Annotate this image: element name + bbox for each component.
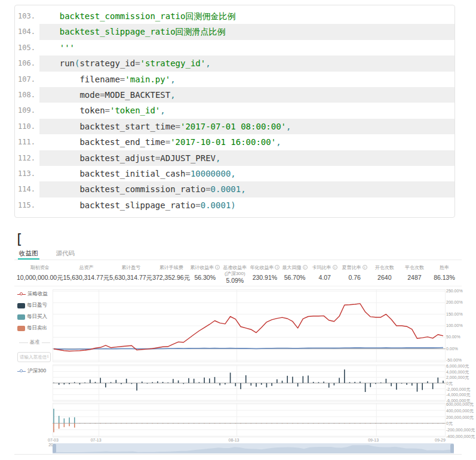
code-token: backtest_adjust [39,153,155,163]
x-tick-date: 09-29 [435,438,446,443]
y-axis-tick: -200,000,000元 [446,427,475,433]
report-card: 收益图源代码 期初资金10,000,000.00元总资产15,630,314.7… [14,246,462,455]
code-token: 0.0001 [211,184,241,194]
y-axis-tick: 6,000,000元 [446,363,475,369]
line-number: 110. [15,119,39,134]
charts-area: 250.00%200.00%150.00%100.00%50.00%0.00%-… [14,246,462,454]
slider-handle-right[interactable] [450,444,454,453]
code-token: filename [39,75,120,84]
bracket-text: [ [15,231,23,247]
code-token: 'token_id' [110,106,160,115]
y-axis-tick: 100.00% [446,323,475,328]
code-token: = [105,106,110,115]
code-token: = [185,169,190,178]
code-token: , [276,137,281,147]
code-text: backtest_initial_cash=10000000, [39,166,454,181]
line-number: 115. [15,197,39,213]
code-line: 106. run(strategy_id='strategy_id', [15,55,454,71]
code-token: MODE_BACKTEST [105,90,171,100]
code-text: backtest_commission_ratio回测佣金比例 [39,8,454,24]
code-line: 105. ''' [15,40,454,55]
code-token: , [160,106,165,115]
slider-handle-left[interactable] [53,444,56,453]
range-slider[interactable] [53,443,454,453]
daily-pnl-chart [53,365,446,402]
line-number: 114. [15,181,39,197]
code-panel: 103. backtest_commission_ratio回测佣金比例104.… [14,5,455,218]
code-token: 'main.py' [125,75,170,84]
daily-trades-chart [53,403,446,437]
code-token: mode [39,90,100,100]
code-text: filename='main.py', [39,72,454,87]
y-axis-tick: -2,000,000元 [446,387,475,393]
x-tick-date: 09-13 [368,438,379,443]
line-number: 105. [15,40,39,55]
line-number: 107. [15,72,39,87]
code-text: backtest_start_time='2017-07-01 08:00:00… [39,119,454,134]
y-axis-tick: -400,000,000元 [446,434,475,440]
code-token: , [231,169,235,178]
line-number: 103. [15,8,39,24]
code-text: token='token_id', [39,103,454,118]
code-token: ''' [39,43,75,53]
y-axis-tick: 0.00% [446,347,475,351]
code-token: backtest_slippage_ratio [39,200,195,210]
y-axis-tick: 200,000,000元 [446,415,475,421]
code-line: 109. token='token_id', [15,103,454,118]
code-token: = [205,184,210,194]
x-tick-date: 07-03 [48,438,59,443]
code-token: , [216,153,220,163]
line-number: 108. [15,87,39,103]
y-axis-tick: 250.00% [446,289,475,293]
code-text: backtest_slippage_ratio回测滑点比例 [39,24,454,39]
code-token: ADJUST_PREV [160,153,216,163]
code-token: backtest_end_time [39,137,165,147]
code-token: , [205,58,210,68]
y-axis-tick: 150.00% [446,312,475,316]
code-line: 115. backtest_slippage_ratio=0.0001) [15,197,454,213]
code-token: , [170,75,175,84]
y-axis-tick: 200.00% [446,300,475,304]
line-number: 104. [15,24,39,39]
code-token: 0.0001 [201,200,231,210]
code-token: = [100,90,105,100]
code-token: = [195,200,200,210]
line-number: 111. [15,134,39,150]
y-axis-tick: -4,000,000元 [446,392,475,398]
code-token: backtest_initial_cash [39,169,185,178]
y-axis-tick: 0元 [446,421,475,427]
code-token: token [39,106,105,115]
y-axis-tick: 2,000,000元 [446,375,475,381]
code-line: 108. mode=MODE_BACKTEST, [15,87,454,103]
code-token: 'strategy_id' [140,58,206,68]
code-token: '2017-07-01 08:00:00' [180,122,286,131]
code-line: 111. backtest_end_time='2017-10-01 16:00… [15,134,454,150]
line-number: 113. [15,166,39,181]
code-token: backtest_start_time [39,122,176,131]
code-text: backtest_adjust=ADJUST_PREV, [39,150,454,166]
code-token: run [39,58,75,68]
code-token: = [135,58,140,68]
code-text: run(strategy_id='strategy_id', [39,55,454,71]
returns-chart [53,289,446,362]
code-line: 104. backtest_slippage_ratio回测滑点比例 [15,24,454,39]
code-line: 107. filename='main.py', [15,72,454,87]
code-token: , [286,122,291,131]
code-token: backtest_slippage_ratio回测滑点比例 [39,27,226,36]
y-axis-tick: -50.00% [446,358,475,362]
code-text: backtest_commission_ratio=0.0001, [39,181,454,197]
line-number: 109. [15,103,39,118]
x-tick-date: 07-13 [91,438,102,443]
line-number: 112. [15,150,39,166]
y-axis-tick: 50.00% [446,335,475,339]
code-token: = [176,122,180,131]
code-token: strategy_id [79,58,135,68]
code-token: 10000000 [191,169,231,178]
code-text: ''' [39,40,454,55]
code-token: '2017-10-01 16:00:00' [170,137,276,147]
y-axis-tick: 0元 [446,381,475,387]
code-token: = [165,137,170,147]
y-axis-tick: 400,000,000元 [446,408,475,414]
y-axis-tick: 600,000,000元 [446,402,475,407]
code-text: backtest_end_time='2017-10-01 16:00:00', [39,134,454,150]
